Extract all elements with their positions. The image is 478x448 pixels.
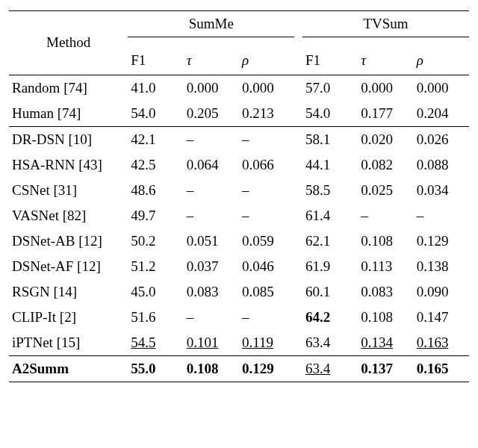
cell-value: – — [184, 126, 239, 152]
cell-method: DR-DSN [10] — [9, 126, 128, 152]
cell-value: – — [358, 203, 413, 228]
cell-value: 0.138 — [414, 254, 469, 279]
cell-value: 0.205 — [184, 101, 239, 127]
cell-method: CLIP-It [2] — [9, 305, 128, 330]
cell-value: 42.5 — [128, 152, 183, 178]
cell-value: 48.6 — [128, 178, 183, 203]
cell-method: CSNet [31] — [9, 178, 128, 203]
cell-value: – — [414, 203, 469, 228]
cell-method: Human [74] — [9, 101, 128, 127]
cell-value: 58.1 — [302, 126, 358, 152]
cell-value: 0.113 — [358, 254, 413, 279]
cell-value: 64.2 — [302, 305, 358, 330]
cell-value: 0.137 — [358, 355, 413, 382]
table-row: iPTNet [15] 54.5 0.101 0.119 63.4 0.134 … — [9, 330, 469, 356]
cell-method: iPTNet [15] — [9, 330, 128, 356]
cell-value: 63.4 — [302, 355, 358, 382]
cell-value: 63.4 — [302, 330, 358, 356]
cell-value: 0.064 — [184, 152, 239, 178]
cell-value: 58.5 — [302, 178, 358, 203]
cell-value: 0.165 — [414, 355, 469, 382]
cell-value: – — [184, 203, 239, 228]
cell-value: 0.051 — [184, 228, 239, 254]
cell-value: 51.2 — [128, 254, 183, 279]
cell-value: 0.025 — [358, 178, 413, 203]
cell-value: 0.204 — [414, 101, 469, 127]
header-group-summe: SumMe — [128, 11, 294, 37]
cell-value: 0.108 — [358, 305, 413, 330]
cell-value: 62.1 — [302, 228, 358, 254]
cell-value: 42.1 — [128, 126, 183, 152]
cell-value: – — [239, 203, 294, 228]
cell-method: VASNet [82] — [9, 203, 128, 228]
cell-value: 0.101 — [184, 330, 239, 356]
cell-value: 0.037 — [184, 254, 239, 279]
cell-value: 61.4 — [302, 203, 358, 228]
header-summe-f1: F1 — [128, 46, 183, 75]
table-row: Human [74] 54.0 0.205 0.213 54.0 0.177 0… — [9, 101, 469, 127]
table-row: Random [74] 41.0 0.000 0.000 57.0 0.000 … — [9, 75, 469, 101]
header-summe-tau: τ — [184, 46, 239, 75]
table-row: CLIP-It [2] 51.6 – – 64.2 0.108 0.147 — [9, 305, 469, 330]
cell-value: 0.000 — [358, 75, 413, 101]
header-tvsum-tau: τ — [358, 46, 413, 75]
cell-value: – — [184, 178, 239, 203]
cell-value: 44.1 — [302, 152, 358, 178]
cell-value: 61.9 — [302, 254, 358, 279]
table-row: DSNet-AB [12] 50.2 0.051 0.059 62.1 0.10… — [9, 228, 469, 254]
table-row: VASNet [82] 49.7 – – 61.4 – – — [9, 203, 469, 228]
cell-method: HSA-RNN [43] — [9, 152, 128, 178]
cell-value: 0.177 — [358, 101, 413, 127]
cell-value: 0.147 — [414, 305, 469, 330]
header-method: Method — [9, 11, 128, 75]
cell-value: – — [239, 178, 294, 203]
results-table: Method SumMe TVSum F1 τ ρ F1 τ ρ Random … — [9, 10, 469, 382]
cell-value: 0.088 — [414, 152, 469, 178]
cell-value: 60.1 — [302, 279, 358, 305]
cell-value: 0.163 — [414, 330, 469, 356]
cell-value: 0.000 — [414, 75, 469, 101]
cell-value: 0.026 — [414, 126, 469, 152]
cell-value: 45.0 — [128, 279, 183, 305]
cell-value: 0.134 — [358, 330, 413, 356]
cell-method: A2Summ — [9, 355, 128, 382]
cell-value: 54.0 — [302, 101, 358, 127]
cell-value: 55.0 — [128, 355, 183, 382]
cell-value: 0.082 — [358, 152, 413, 178]
table-row: CSNet [31] 48.6 – – 58.5 0.025 0.034 — [9, 178, 469, 203]
cell-value: 0.066 — [239, 152, 294, 178]
cell-value: 0.129 — [239, 355, 294, 382]
table-row: A2Summ 55.0 0.108 0.129 63.4 0.137 0.165 — [9, 355, 469, 382]
cell-method: RSGN [14] — [9, 279, 128, 305]
cell-value: 0.119 — [239, 330, 294, 356]
cell-value: 54.0 — [128, 101, 183, 127]
cell-value: 0.059 — [239, 228, 294, 254]
cell-value: 0.108 — [358, 228, 413, 254]
cell-value: 0.213 — [239, 101, 294, 127]
header-group-tvsum: TVSum — [302, 11, 469, 37]
cell-value: 0.083 — [184, 279, 239, 305]
header-tvsum-f1: F1 — [302, 46, 358, 75]
cell-value: 0.000 — [239, 75, 294, 101]
cell-value: 50.2 — [128, 228, 183, 254]
cell-value: 0.085 — [239, 279, 294, 305]
cell-value: 41.0 — [128, 75, 183, 101]
cell-method: DSNet-AF [12] — [9, 254, 128, 279]
table-row: HSA-RNN [43] 42.5 0.064 0.066 44.1 0.082… — [9, 152, 469, 178]
cell-value: 0.108 — [184, 355, 239, 382]
cell-value: 0.020 — [358, 126, 413, 152]
cell-value: 51.6 — [128, 305, 183, 330]
table-row: DSNet-AF [12] 51.2 0.037 0.046 61.9 0.11… — [9, 254, 469, 279]
cell-method: DSNet-AB [12] — [9, 228, 128, 254]
cell-value: 0.000 — [184, 75, 239, 101]
cell-value: – — [184, 305, 239, 330]
cell-method: Random [74] — [9, 75, 128, 101]
header-tvsum-rho: ρ — [414, 46, 469, 75]
cell-value: 0.090 — [414, 279, 469, 305]
cell-value: 0.083 — [358, 279, 413, 305]
cell-value: 0.034 — [414, 178, 469, 203]
cell-value: 0.046 — [239, 254, 294, 279]
cell-value: 49.7 — [128, 203, 183, 228]
cell-value: – — [239, 126, 294, 152]
table-row: RSGN [14] 45.0 0.083 0.085 60.1 0.083 0.… — [9, 279, 469, 305]
